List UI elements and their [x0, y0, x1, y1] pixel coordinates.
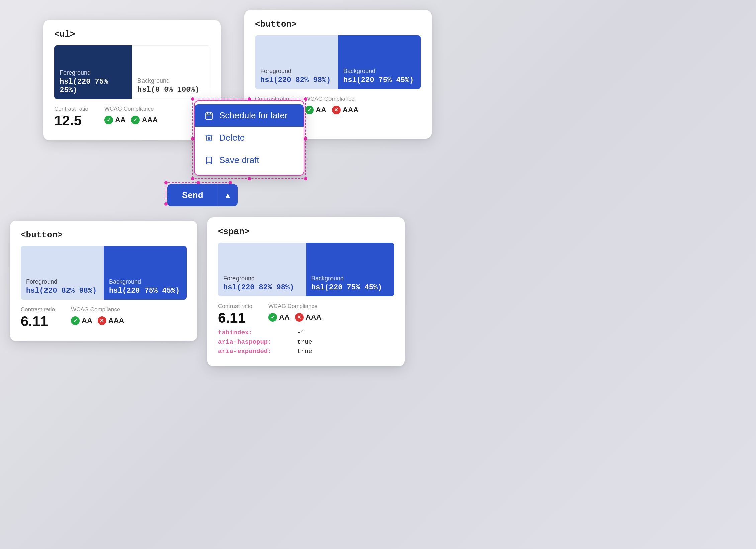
btn-bottom-bg-label: Background [109, 278, 181, 285]
button-card-bottom: <button> Foreground hsl(220 82% 98%) Bac… [10, 221, 197, 341]
btn-bottom-aa-badge: ✓ AA [71, 316, 92, 325]
span-contrast-value: 6.11 [218, 311, 252, 325]
send-button[interactable]: Send [167, 184, 218, 206]
span-aria-expanded-value: true [297, 348, 312, 355]
btn-top-wcag-label: WCAG Compliance [305, 96, 358, 102]
btn-top-aa-pass-icon: ✓ [305, 106, 314, 114]
ul-bg-value: hsl(0 0% 100%) [137, 86, 204, 94]
button-top-tag: <button> [255, 19, 421, 29]
span-aa-badge: ✓ AA [268, 313, 290, 322]
span-aria-haspopup-label: aria-haspopup: [218, 338, 292, 346]
ul-aa-badge: ✓ AA [104, 116, 126, 124]
btn-bottom-aaa-badge: ✕ AAA [98, 316, 124, 325]
sel-dot-br [304, 177, 307, 180]
ul-fg-value: hsl(220 75% 25%) [60, 78, 126, 94]
span-fg-label: Foreground [223, 275, 301, 282]
btn-top-fg-label: Foreground [260, 68, 333, 75]
btn-bottom-fg-label: Foreground [26, 278, 98, 285]
dropdown-delete-item[interactable]: Delete [195, 127, 304, 149]
span-aa-pass-icon: ✓ [268, 313, 277, 322]
send-chevron-button[interactable]: ▲ [218, 184, 238, 206]
ul-aa-pass-icon: ✓ [104, 116, 113, 124]
span-wcag-label: WCAG Compliance [268, 303, 321, 310]
sel-dot-mr [304, 137, 307, 140]
ul-aaa-badge: ✓ AAA [131, 116, 158, 124]
ul-bg-label: Background [137, 77, 204, 84]
bookmark-icon [204, 156, 214, 165]
dropdown-save-draft-item[interactable]: Save draft [195, 149, 304, 172]
span-bg-label: Background [311, 275, 389, 282]
btn-top-aa-badge: ✓ AA [305, 106, 326, 114]
btn-bottom-wcag-label: WCAG Compliance [71, 306, 124, 313]
btn-bottom-contrast-value: 6.11 [21, 314, 55, 328]
ul-card-tag: <ul> [54, 29, 210, 39]
btn-bottom-aaa-fail-icon: ✕ [98, 316, 106, 325]
btn-top-bg-value: hsl(220 75% 45%) [343, 76, 415, 84]
sel-dot-bm [248, 177, 251, 180]
btn-bottom-bg-value: hsl(220 75% 45%) [109, 287, 181, 295]
save-draft-label: Save draft [219, 155, 259, 166]
btn-top-aaa-badge: ✕ AAA [332, 106, 359, 114]
btn-bottom-aa-pass-icon: ✓ [71, 316, 80, 325]
dropdown-schedule-item[interactable]: Schedule for later [195, 104, 304, 127]
ul-contrast-label: Contrast ratio [54, 106, 88, 112]
ul-contrast-value: 12.5 [54, 114, 88, 128]
span-aria-haspopup-value: true [297, 338, 312, 346]
schedule-label: Schedule for later [219, 110, 288, 121]
trash-icon [204, 134, 214, 142]
span-tabindex-value: -1 [297, 329, 305, 336]
btn-top-fg-value: hsl(220 82% 98%) [260, 76, 333, 84]
delete-label: Delete [219, 133, 245, 143]
sel-dot-tr [304, 97, 307, 101]
sel-dot-bl [191, 177, 194, 180]
btn-bottom-fg-value: hsl(220 82% 98%) [26, 287, 98, 295]
span-contrast-label: Contrast ratio [218, 303, 252, 310]
send-button-group[interactable]: Send ▲ [167, 184, 238, 206]
span-tabindex-label: tabindex: [218, 329, 292, 336]
button-bottom-tag: <button> [21, 230, 187, 240]
ul-fg-label: Foreground [60, 69, 126, 76]
sel-dot-tl [191, 97, 194, 101]
dropdown-menu[interactable]: Schedule for later Delete Save draft [194, 100, 304, 176]
ul-aaa-pass-icon: ✓ [131, 116, 140, 124]
span-card: <span> Foreground hsl(220 82% 98%) Backg… [207, 217, 405, 366]
span-aaa-badge: ✕ AAA [295, 313, 322, 322]
btn-top-bg-label: Background [343, 68, 415, 75]
span-aaa-fail-icon: ✕ [295, 313, 304, 322]
calendar-icon [204, 111, 214, 120]
svg-rect-0 [206, 113, 212, 119]
btn-bottom-contrast-label: Contrast ratio [21, 306, 55, 313]
btn-top-aaa-fail-icon: ✕ [332, 106, 341, 114]
span-aria-expanded-label: aria-expanded: [218, 348, 292, 355]
ul-wcag-label: WCAG Compliance [104, 106, 158, 112]
span-bg-value: hsl(220 75% 45%) [311, 283, 389, 292]
span-fg-value: hsl(220 82% 98%) [223, 283, 301, 292]
span-tag: <span> [218, 227, 394, 237]
